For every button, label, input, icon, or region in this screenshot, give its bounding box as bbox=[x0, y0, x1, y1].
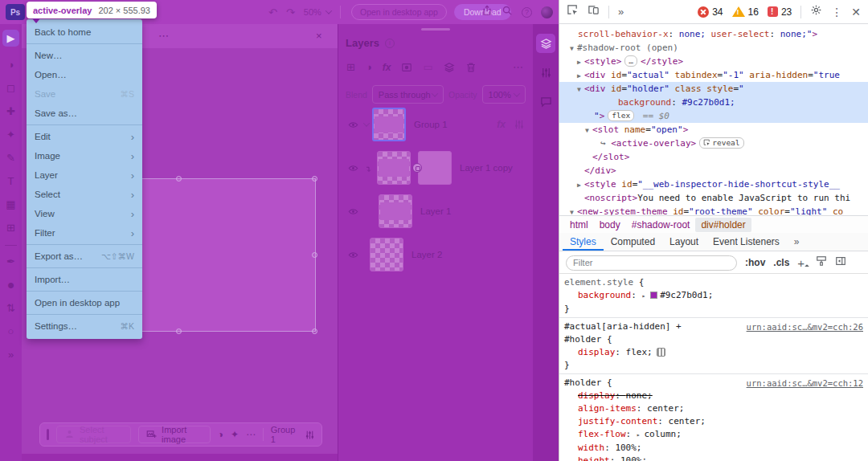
menu-item-layer[interactable]: Layer› bbox=[27, 165, 142, 185]
share-icon[interactable] bbox=[481, 5, 493, 19]
chevd2-tool-icon[interactable]: » bbox=[2, 346, 19, 363]
handle-bottom-right[interactable] bbox=[312, 328, 317, 334]
eye-visibility-icon[interactable] bbox=[348, 120, 359, 130]
breadcrumb-item[interactable]: html bbox=[564, 218, 594, 232]
select-subject-button[interactable]: Select subject bbox=[56, 426, 131, 443]
stack-panel-icon[interactable] bbox=[536, 34, 555, 53]
dom-tree-line[interactable]: ▼#shadow-root (open) bbox=[559, 41, 868, 55]
layer-row[interactable]: Layer 1 copy bbox=[338, 146, 533, 190]
more-icon[interactable]: ⋯ bbox=[246, 429, 256, 440]
menu-item-save[interactable]: Save⌘S bbox=[27, 84, 142, 104]
fx-icon[interactable]: fx bbox=[383, 62, 391, 73]
eye-visibility-icon[interactable] bbox=[348, 163, 359, 173]
layer-thumbnail[interactable] bbox=[379, 194, 412, 228]
heal-tool-icon[interactable]: ✚ bbox=[2, 103, 19, 120]
adjust-sliders-icon[interactable] bbox=[514, 119, 525, 130]
inspect-element-icon[interactable] bbox=[567, 4, 579, 19]
menu-item-import[interactable]: Import… bbox=[27, 270, 142, 289]
rule-selector[interactable]: #holder { bbox=[564, 333, 863, 346]
handle-right[interactable] bbox=[312, 252, 317, 258]
dots-badge[interactable]: … bbox=[624, 55, 637, 67]
menu-item-view[interactable]: View› bbox=[27, 204, 142, 223]
stylesheet-link[interactable]: urn:aaid:sc…&mv2=cch:26 bbox=[747, 320, 863, 333]
eye-visibility-icon[interactable] bbox=[348, 250, 359, 260]
adjustments-icon[interactable]: ◑ bbox=[218, 429, 223, 440]
handle-top-right[interactable] bbox=[312, 176, 317, 182]
taskbar-grip[interactable] bbox=[47, 429, 49, 440]
dom-tree-line[interactable]: ▶<style id="__web-inspector-hide-shortcu… bbox=[559, 177, 868, 191]
tab-event-listeners[interactable]: Event Listeners bbox=[706, 234, 787, 251]
opacity-select[interactable]: 100% bbox=[482, 85, 526, 104]
css-rule[interactable]: #holder {urn:aaid:sc…&mv2=cch:12display:… bbox=[559, 374, 868, 461]
magic-sparkle-icon[interactable]: ✦ bbox=[231, 429, 239, 440]
search-icon[interactable] bbox=[502, 5, 513, 19]
handle-bottom[interactable] bbox=[176, 328, 182, 334]
blend-mode-select[interactable]: Pass through bbox=[372, 85, 444, 104]
brush-tool-icon[interactable]: ✎ bbox=[2, 149, 19, 166]
adjust-icon[interactable]: ◑ bbox=[366, 61, 372, 73]
dom-tree-line[interactable]: ">flex == $0 bbox=[559, 109, 868, 123]
move-tool-icon[interactable]: ▶ bbox=[2, 30, 19, 47]
layer-row[interactable]: Layer 1 bbox=[338, 190, 533, 233]
menu-item-settings[interactable]: Settings…⌘K bbox=[27, 316, 142, 336]
sliders-panel-icon[interactable] bbox=[536, 63, 555, 82]
ps-logo[interactable]: Ps bbox=[6, 4, 25, 20]
tab-computed[interactable]: Computed bbox=[604, 234, 662, 251]
dom-tree-line[interactable]: </slot> bbox=[559, 150, 868, 164]
css-declaration[interactable]: width: 100%; bbox=[564, 442, 863, 455]
undo-icon[interactable]: ↶ bbox=[268, 7, 277, 18]
more-tabs-icon[interactable]: » bbox=[787, 234, 807, 251]
tab-styles[interactable]: Styles bbox=[563, 234, 604, 251]
dom-tree-line[interactable]: scroll-behavior-x: none; user-select: no… bbox=[559, 27, 868, 41]
tab-close-icon[interactable]: × bbox=[316, 30, 322, 42]
chevron-down-icon[interactable] bbox=[363, 120, 370, 126]
eye-visibility-icon[interactable] bbox=[348, 206, 359, 217]
layer-thumbnail[interactable] bbox=[372, 108, 406, 141]
help-icon[interactable]: ? bbox=[522, 7, 532, 18]
colorfill-tool-icon[interactable]: ● bbox=[2, 276, 19, 293]
redo-icon[interactable]: ↷ bbox=[286, 7, 295, 18]
toggle-pseudo-button[interactable]: :hov bbox=[745, 257, 765, 268]
layer-thumbnail[interactable] bbox=[370, 238, 403, 271]
css-declaration[interactable]: justify-content: center; bbox=[564, 415, 863, 428]
menu-item-open-in-desktop-app[interactable]: Open in desktop app bbox=[27, 293, 142, 312]
css-declaration[interactable]: display: none; bbox=[564, 390, 863, 402]
menu-item-image[interactable]: Image› bbox=[27, 146, 142, 165]
issues-badge[interactable]: 23 bbox=[768, 6, 792, 18]
dom-tree-line[interactable]: <noscript>You need to enable JavaScript … bbox=[559, 191, 868, 205]
import-image-button[interactable]: Import image bbox=[138, 426, 211, 443]
more3-icon[interactable]: ⋯ bbox=[513, 61, 523, 73]
trash-icon[interactable] bbox=[465, 62, 477, 73]
menu-item-filter[interactable]: Filter› bbox=[27, 223, 142, 243]
css-declaration[interactable]: align-items: center; bbox=[564, 402, 863, 415]
css-declaration[interactable]: display: flex; bbox=[564, 346, 863, 359]
close-icon[interactable]: ✕ bbox=[851, 6, 861, 18]
css-declaration[interactable]: height: 100%; bbox=[564, 455, 863, 461]
computed-sidebar-icon[interactable] bbox=[835, 255, 846, 270]
layer-row[interactable]: Layer 2 bbox=[338, 233, 533, 276]
comment-panel-icon[interactable] bbox=[536, 92, 555, 111]
picker-tool-icon[interactable]: ✒ bbox=[2, 253, 19, 270]
avatar[interactable] bbox=[541, 6, 553, 18]
info-icon[interactable]: i bbox=[385, 39, 395, 48]
layer-row[interactable]: Group 1fx bbox=[338, 103, 533, 146]
menu-item-export-as[interactable]: Export as…⌥⇧⌘W bbox=[27, 247, 142, 266]
dom-tree-line[interactable]: ▶<style>…</style> bbox=[559, 55, 868, 68]
type-tool-icon[interactable]: T bbox=[2, 173, 19, 190]
breadcrumb-item[interactable]: #shadow-root bbox=[626, 218, 696, 232]
breadcrumb-item[interactable]: body bbox=[594, 218, 626, 232]
kebab-menu-icon[interactable]: ⋮ bbox=[831, 6, 842, 18]
open-in-desktop-button[interactable]: Open in desktop app bbox=[351, 4, 447, 20]
zoom-control[interactable]: 50% bbox=[304, 7, 331, 17]
css-rule[interactable]: #actual[aria-hidden] +urn:aaid:sc…&mv2=c… bbox=[559, 318, 868, 374]
adjust-tool-icon[interactable]: ◑ bbox=[2, 56, 19, 73]
breadcrumb-item[interactable]: div#holder bbox=[695, 218, 751, 232]
rendering-emulations-icon[interactable] bbox=[816, 255, 827, 270]
rule-selector[interactable]: element.style { bbox=[564, 276, 863, 289]
css-declaration[interactable]: flex-flow: ▸ column; bbox=[564, 428, 863, 442]
properties-sliders-icon[interactable] bbox=[305, 430, 315, 440]
layer-thumbnail[interactable] bbox=[377, 151, 411, 185]
rule-selector[interactable]: #holder {urn:aaid:sc…&mv2=cch:12 bbox=[564, 377, 863, 390]
menu-item-save-as[interactable]: Save as… bbox=[27, 104, 142, 123]
new-style-rule-button[interactable]: + bbox=[797, 256, 808, 270]
